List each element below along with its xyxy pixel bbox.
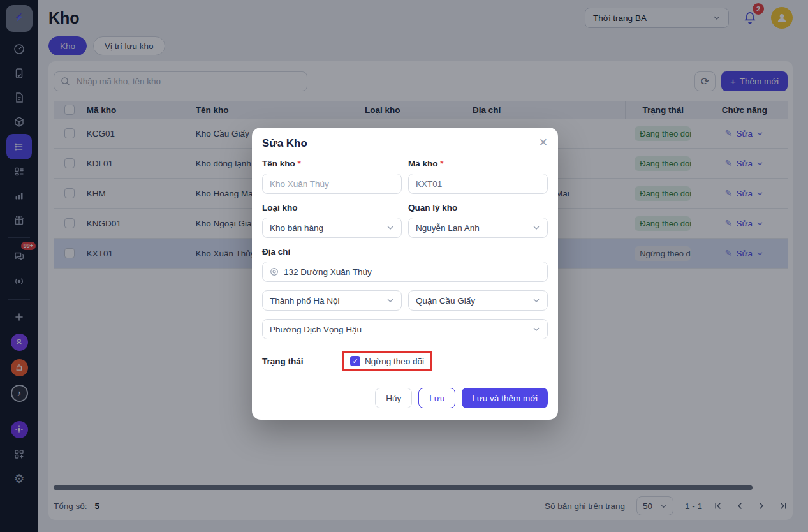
save-and-new-button[interactable]: Lưu và thêm mới [462,388,548,408]
modal-title: Sửa Kho [262,137,548,150]
district-select[interactable]: Quận Cầu Giấy [408,290,548,311]
status-checkbox[interactable]: ✓ [350,356,360,366]
city-select[interactable]: Thành phố Hà Nội [262,290,402,311]
type-select[interactable]: Kho bán hàng [262,218,402,238]
manager-field-label: Quản lý kho [408,203,548,212]
chevron-down-icon [386,224,394,232]
address-field[interactable]: 132 Đường Xuân Thủy [262,262,548,282]
required-asterisk: * [440,159,443,168]
name-field[interactable]: Kho Xuân Thủy [262,174,402,194]
name-field-label: Tên kho * [262,159,402,168]
type-field-label: Loại kho [262,203,402,212]
chevron-down-icon [386,297,394,304]
address-field-label: Địa chỉ [262,247,548,256]
location-pin-icon [270,267,279,276]
chevron-down-icon [533,224,540,232]
ward-select[interactable]: Phường Dịch Vọng Hậu [262,319,548,339]
save-button[interactable]: Lưu [418,388,455,408]
status-field-label: Trạng thái [262,357,342,366]
required-asterisk: * [298,159,301,168]
app-root: 99+ ♪ [0,0,808,532]
code-field[interactable]: KXT01 [408,174,548,194]
close-icon[interactable]: ✕ [539,136,548,149]
chevron-down-icon [533,325,540,333]
code-field-label: Mã kho * [408,159,548,168]
status-checkbox-label: Ngừng theo dõi [365,357,424,366]
edit-warehouse-modal: Sửa Kho ✕ Tên kho * Kho Xuân Thủy Mã kho… [252,128,558,420]
cancel-button[interactable]: Hủy [375,388,412,408]
annotation-highlight: ✓ Ngừng theo dõi [342,351,432,371]
manager-select[interactable]: Nguyễn Lan Anh [408,218,548,238]
chevron-down-icon [533,297,540,304]
